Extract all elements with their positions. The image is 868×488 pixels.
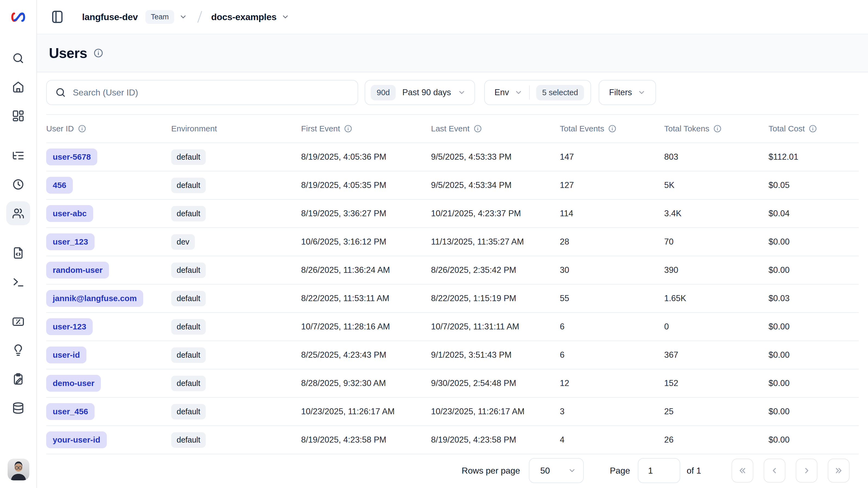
user-id-badge[interactable]: random-user [46,262,109,279]
table-row[interactable]: user-5678 default 8/19/2025, 4:05:36 PM … [46,143,859,171]
app-window: langfuse-dev Team docs-examples Users [0,0,868,488]
sidebar-toggle-button[interactable] [50,9,65,24]
total-tokens-cell: 1.65K [664,284,769,313]
total-tokens-cell: 803 [664,143,769,171]
project-name[interactable]: docs-examples [211,12,276,22]
sidebar-item-playground[interactable] [6,270,30,294]
sidebar-item-insights[interactable] [6,338,30,362]
table-row[interactable]: user-abc default 8/19/2025, 3:36:27 PM 1… [46,199,859,228]
org-name[interactable]: langfuse-dev [82,12,138,22]
org-breadcrumb[interactable]: langfuse-dev Team [82,10,187,24]
filters-button[interactable]: Filters [599,80,656,105]
total-cost-cell: $0.00 [769,228,859,256]
env-filter-label: Env [495,88,509,97]
chevron-down-icon[interactable] [281,13,289,21]
user-id-badge[interactable]: user-123 [46,318,93,335]
user-id-badge[interactable]: 456 [46,177,73,194]
user-id-badge[interactable]: jannik@langfuse.com [46,290,143,307]
sidebar-item-tracing[interactable] [6,144,30,168]
main-area: langfuse-dev Team docs-examples Users [37,0,868,488]
rows-per-page-select[interactable]: 50 [529,458,584,483]
info-icon[interactable] [713,124,722,133]
table-row[interactable]: 456 default 8/19/2025, 4:05:35 PM 9/5/20… [46,171,859,199]
home-icon [12,81,25,93]
info-icon[interactable] [78,124,86,133]
info-icon[interactable] [93,48,103,58]
project-breadcrumb[interactable]: docs-examples [211,12,289,22]
user-avatar[interactable] [8,459,29,480]
user-id-badge[interactable]: user-5678 [46,148,97,165]
user-id-badge[interactable]: your-user-id [46,431,107,448]
sidebar-item-datasets[interactable] [6,396,30,420]
table-row[interactable]: user-123 default 10/7/2025, 11:28:16 AM … [46,313,859,341]
total-events-cell: 4 [560,426,664,454]
sidebar-item-annotation[interactable] [6,367,30,391]
column-header-first-event: First Event [301,115,431,143]
table-row[interactable]: demo-user default 8/28/2025, 9:32:30 AM … [46,369,859,397]
langfuse-logo-icon[interactable] [0,0,36,34]
info-icon[interactable] [473,124,482,133]
total-events-cell: 28 [560,228,664,256]
database-icon [12,402,25,414]
table-row[interactable]: user-id default 8/25/2025, 4:23:43 PM 9/… [46,341,859,369]
user-id-badge[interactable]: user_456 [46,403,95,420]
date-range-button[interactable]: 90d Past 90 days [365,80,475,105]
info-icon[interactable] [344,124,352,133]
next-page-button[interactable] [796,459,817,483]
info-icon[interactable] [808,124,817,133]
sidebar-item-sessions[interactable] [6,172,30,196]
previous-page-button[interactable] [764,459,785,483]
total-cost-cell: $0.05 [769,171,859,199]
total-events-cell: 6 [560,341,664,369]
dashboard-grid-icon [12,109,25,122]
sidebar-item-search[interactable] [6,46,30,70]
table-row[interactable]: user_123 dev 10/6/2025, 3:16:12 PM 11/13… [46,228,859,256]
info-icon[interactable] [608,124,617,133]
table-row[interactable]: user_456 default 10/23/2025, 11:26:17 AM… [46,397,859,426]
sidebar-item-dashboards[interactable] [6,104,30,128]
environment-badge: default [171,432,206,448]
lightbulb-icon [12,344,25,357]
total-cost-cell: $0.04 [769,199,859,228]
table-row[interactable]: jannik@langfuse.com default 8/22/2025, 1… [46,284,859,313]
top-bar: langfuse-dev Team docs-examples [37,0,868,34]
table-row[interactable]: your-user-id default 8/19/2025, 4:23:58 … [46,426,859,454]
search-box[interactable] [46,80,358,105]
user-id-badge[interactable]: user_123 [46,233,95,250]
chevrons-left-icon [738,466,747,475]
first-event-cell: 8/28/2025, 9:32:30 AM [301,369,431,397]
user-id-badge[interactable]: user-id [46,347,86,364]
user-id-badge[interactable]: demo-user [46,375,101,392]
total-events-cell: 55 [560,284,664,313]
panel-left-icon [50,9,65,24]
total-events-cell: 12 [560,369,664,397]
total-tokens-cell: 152 [664,369,769,397]
column-header-total-cost: Total Cost [769,115,859,143]
sidebar-item-prompts[interactable] [6,241,30,265]
environment-badge: default [171,347,206,363]
environment-filter-button[interactable]: Env 5 selected [484,80,591,105]
last-event-cell: 10/7/2025, 11:31:11 AM [431,313,560,341]
total-tokens-cell: 26 [664,426,769,454]
table-body: user-5678 default 8/19/2025, 4:05:36 PM … [46,143,859,454]
users-table: User ID Environment First Event Last Eve… [46,114,859,454]
total-cost-cell: $0.00 [769,369,859,397]
search-input[interactable] [73,81,358,105]
chevron-down-icon[interactable] [179,13,187,21]
last-event-cell: 9/1/2025, 3:51:43 PM [431,341,560,369]
env-selected-badge: 5 selected [536,85,584,101]
total-cost-cell: $0.00 [769,313,859,341]
sidebar-item-home[interactable] [6,75,30,99]
table-header-row: User ID Environment First Event Last Eve… [46,115,859,143]
column-header-user-id: User ID [46,115,171,143]
page-number-input[interactable] [638,458,680,483]
first-event-cell: 10/6/2025, 3:16:12 PM [301,228,431,256]
table-row[interactable]: random-user default 8/26/2025, 11:36:24 … [46,256,859,284]
sidebar-item-users[interactable] [6,201,30,225]
first-page-button[interactable] [732,459,753,483]
total-cost-cell: $0.03 [769,284,859,313]
sidebar-item-evaluation[interactable] [6,310,30,334]
user-id-badge[interactable]: user-abc [46,205,93,222]
total-events-cell: 147 [560,143,664,171]
last-page-button[interactable] [828,459,849,483]
